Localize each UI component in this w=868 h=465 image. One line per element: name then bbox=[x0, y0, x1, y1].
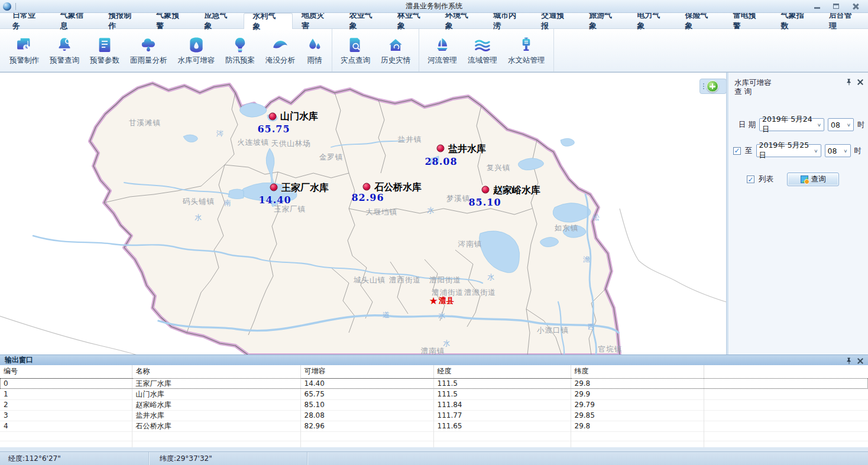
table-cell: 盐井水库 bbox=[132, 410, 300, 421]
list-checkbox[interactable] bbox=[747, 175, 754, 183]
table-row[interactable]: 3盐井水库28.08111.7729.85 bbox=[0, 410, 868, 421]
reservoir-value-label: 28.08 bbox=[425, 156, 457, 167]
minimize-button[interactable] bbox=[808, 1, 827, 12]
window-title: 澧县业务制作系统 bbox=[406, 1, 462, 11]
toolbar-label: 预警查询 bbox=[50, 56, 79, 66]
neighbor-boundary-east bbox=[620, 209, 726, 302]
reservoir-marker[interactable] bbox=[270, 184, 278, 191]
map-graphic bbox=[0, 73, 726, 355]
menu-item-10[interactable]: 城市内涝 bbox=[484, 13, 532, 28]
menu-item-15[interactable]: 雷电预警 bbox=[724, 13, 772, 28]
toolbar-reservoir-capacity[interactable]: 水库可增容 bbox=[173, 29, 221, 71]
menu-item-12[interactable]: 旅游气象 bbox=[580, 13, 628, 28]
river-label: 水 bbox=[438, 311, 445, 321]
zoom-in-button[interactable] bbox=[707, 80, 718, 92]
menu-item-8[interactable]: 林业气象 bbox=[388, 13, 436, 28]
toolbar-group-0: 预警制作预警查询预警参数面雨量分析水库可增容防汛预案淹没分析雨情 bbox=[1, 29, 332, 71]
reservoir-marker[interactable] bbox=[482, 186, 490, 194]
list-label: 列表 bbox=[759, 174, 773, 184]
toolbar-alert-make[interactable]: 预警制作 bbox=[4, 29, 44, 71]
toolbar: 预警制作预警查询预警参数面雨量分析水库可增容防汛预案淹没分析雨情灾点查询历史灾情… bbox=[0, 29, 868, 72]
minimize-icon bbox=[814, 7, 820, 9]
menu-item-5[interactable]: 水利气象 bbox=[244, 13, 293, 29]
hour-to-value: 08 bbox=[828, 147, 837, 155]
date-to-select[interactable]: 2019年 5月25日 ∨ bbox=[756, 144, 821, 157]
column-header-2[interactable]: 可增容 bbox=[300, 365, 433, 378]
output-table-area: 编号名称可增容经度纬度0王家厂水库14.40111.529.81山门水库65.7… bbox=[0, 365, 868, 447]
table-row[interactable]: 0王家厂水库14.40111.529.8 bbox=[0, 378, 868, 389]
river-label: 道 bbox=[383, 310, 390, 320]
toolbar-group-2: 河流管理流域管理水文站管理 bbox=[419, 29, 554, 71]
town-label: 官垸镇 bbox=[598, 344, 623, 355]
output-table: 编号名称可增容经度纬度0王家厂水库14.40111.529.81山门水库65.7… bbox=[0, 365, 868, 447]
menu-item-4[interactable]: 应急气象 bbox=[195, 13, 243, 28]
town-label: 复兴镇 bbox=[487, 163, 511, 173]
column-header-0[interactable]: 编号 bbox=[0, 365, 132, 378]
town-label: 天供山林场 bbox=[271, 139, 311, 149]
toolbar-flood-plan[interactable]: 防汛预案 bbox=[220, 29, 260, 71]
menu-item-9[interactable]: 环境气象 bbox=[436, 13, 484, 28]
alert-query-icon bbox=[56, 36, 73, 54]
menu-item-3[interactable]: 气象预警 bbox=[147, 13, 195, 28]
menu-item-6[interactable]: 地质灾害 bbox=[293, 13, 341, 28]
table-cell: 0 bbox=[0, 378, 132, 389]
reservoir-marker[interactable] bbox=[363, 183, 371, 191]
toolbar-label: 雨情 bbox=[307, 56, 322, 66]
date-from-select[interactable]: 2019年 5月24日 ∨ bbox=[759, 118, 824, 131]
table-row[interactable]: 1山门水库65.75111.529.9 bbox=[0, 389, 868, 399]
toolbar-alert-query[interactable]: 预警查询 bbox=[44, 29, 85, 71]
output-close-icon[interactable] bbox=[857, 358, 863, 364]
close-button[interactable] bbox=[846, 1, 864, 12]
chevron-down-icon: ∨ bbox=[843, 148, 847, 154]
reservoir-marker[interactable] bbox=[437, 145, 445, 152]
column-header-1[interactable]: 名称 bbox=[132, 365, 300, 378]
hour-to-select[interactable]: 08 ∨ bbox=[825, 144, 851, 157]
menu-item-0[interactable]: 日常业务 bbox=[4, 13, 51, 28]
map-canvas[interactable]: 甘溪滩镇火连坡镇天供山林场金罗镇盐井镇复兴镇码头铺镇王家厂镇大堰垱镇梦溪镇涔南镇… bbox=[0, 73, 726, 355]
toolbar-disaster-point-query[interactable]: 灾点查询 bbox=[335, 29, 375, 71]
table-cell: 29.9 bbox=[571, 389, 704, 399]
pin-icon[interactable] bbox=[846, 78, 853, 86]
river-label: 澹 bbox=[583, 255, 590, 265]
toolbar-history-disaster[interactable]: 历史灾情 bbox=[375, 29, 416, 71]
river-label: 涔 bbox=[216, 129, 224, 139]
maximize-button[interactable] bbox=[827, 1, 846, 12]
alert-make-icon bbox=[15, 36, 33, 54]
toolbar-basin-management[interactable]: 流域管理 bbox=[462, 29, 503, 71]
menu-item-11[interactable]: 交通预报 bbox=[532, 13, 580, 28]
panel-close-icon[interactable] bbox=[857, 79, 863, 85]
river-label: 松 bbox=[592, 213, 600, 223]
river-label: 水 bbox=[195, 213, 202, 223]
table-row[interactable]: 4石公桥水库82.96111.6529.8 bbox=[0, 421, 868, 431]
close-icon bbox=[852, 3, 859, 9]
widget-grip[interactable] bbox=[703, 83, 704, 89]
menu-item-14[interactable]: 保险气象 bbox=[676, 13, 724, 28]
county-seat-label: 澧县 bbox=[439, 295, 454, 306]
toolbar-area-rain-analysis[interactable]: 面雨量分析 bbox=[125, 29, 173, 71]
river-label: 南 bbox=[224, 198, 231, 208]
chevron-down-icon: ∨ bbox=[817, 122, 821, 128]
menu-item-16[interactable]: 气象指数 bbox=[772, 13, 820, 28]
toolbar-hydro-station-management[interactable]: 水文站管理 bbox=[503, 29, 550, 71]
history-disaster-icon bbox=[387, 36, 404, 54]
pin-icon[interactable] bbox=[846, 357, 853, 365]
status-gap bbox=[0, 447, 868, 451]
menu-item-7[interactable]: 农业气象 bbox=[341, 13, 388, 28]
hour-from-select[interactable]: 08 ∨ bbox=[828, 118, 854, 131]
reservoir-marker[interactable] bbox=[269, 113, 277, 121]
toolbar-rain-condition[interactable]: 雨情 bbox=[300, 29, 329, 71]
menu-item-1[interactable]: 气象信息 bbox=[51, 13, 99, 28]
menu-item-17[interactable]: 后台管理 bbox=[820, 13, 868, 28]
column-header-3[interactable]: 经度 bbox=[433, 365, 571, 378]
toolbar-river-management[interactable]: 河流管理 bbox=[422, 29, 462, 71]
toolbar-submerge-analysis[interactable]: 淹没分析 bbox=[260, 29, 300, 71]
column-header-4[interactable]: 纬度 bbox=[571, 365, 704, 378]
menu-item-2[interactable]: 预报制作 bbox=[99, 13, 147, 28]
toolbar-alert-params[interactable]: 预警参数 bbox=[85, 29, 125, 71]
area-rain-analysis-icon bbox=[140, 36, 157, 54]
to-checkbox[interactable] bbox=[733, 147, 741, 155]
table-cell: 29.8 bbox=[571, 378, 704, 389]
query-button[interactable]: 查询 bbox=[787, 173, 839, 186]
table-row[interactable]: 2赵家峪水库85.10111.8429.79 bbox=[0, 399, 868, 410]
menu-item-13[interactable]: 电力气象 bbox=[628, 13, 676, 28]
